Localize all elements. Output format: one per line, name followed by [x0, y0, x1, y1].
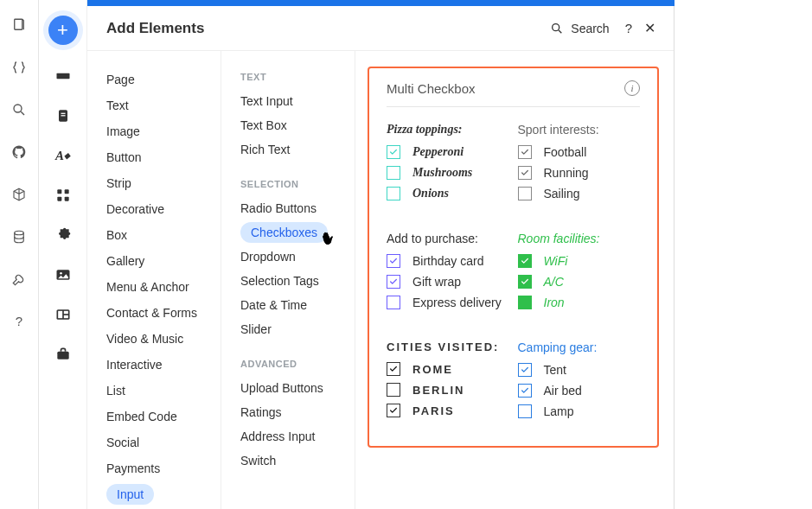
element-type-label: Upload Buttons [240, 381, 323, 395]
element-type-label: Slider [240, 322, 272, 336]
element-type-item[interactable]: Date & Time [240, 293, 355, 317]
text-style-icon[interactable]: A◆ [54, 147, 72, 164]
category-item[interactable]: Gallery [106, 248, 221, 274]
info-icon[interactable]: i [624, 80, 640, 96]
checkbox-icon[interactable] [518, 404, 532, 418]
close-button[interactable]: ✕ [644, 20, 655, 36]
category-item[interactable]: Input [106, 481, 221, 507]
checkbox-icon[interactable] [518, 384, 532, 398]
braces-icon[interactable] [11, 60, 27, 78]
checkbox-icon[interactable] [387, 145, 400, 159]
checkbox-icon[interactable] [518, 166, 532, 180]
category-item[interactable]: Contact & Forms [106, 300, 221, 326]
briefcase-icon[interactable] [54, 346, 72, 363]
checkbox-option[interactable]: Air bed [518, 384, 641, 398]
category-item[interactable]: Payments [106, 455, 221, 481]
checkbox-option[interactable]: WiFi [518, 254, 641, 268]
category-item[interactable]: Image [106, 118, 221, 144]
github-icon[interactable] [11, 144, 27, 162]
category-label: Strip [106, 176, 131, 190]
checkbox-option[interactable]: Mushrooms [387, 166, 509, 180]
element-type-item[interactable]: Checkboxes [240, 220, 355, 245]
checkbox-label: Air bed [544, 384, 582, 398]
checkbox-option[interactable]: Pepperoni [387, 145, 509, 159]
document-icon[interactable] [54, 107, 72, 124]
checkbox-option[interactable]: Tent [518, 363, 641, 377]
category-item[interactable]: Button [106, 144, 221, 170]
category-item[interactable]: Box [106, 222, 221, 248]
element-type-item[interactable]: Ratings [240, 400, 355, 424]
checkbox-icon[interactable] [518, 275, 532, 289]
element-type-item[interactable]: Slider [240, 317, 355, 341]
checkbox-option[interactable]: Onions [387, 187, 509, 200]
element-type-item[interactable]: Rich Text [240, 137, 355, 162]
checkbox-icon[interactable] [518, 145, 532, 159]
puzzle-icon[interactable] [54, 226, 72, 244]
category-item[interactable]: Menu & Anchor [106, 274, 221, 300]
element-type-item[interactable]: Radio Buttons [240, 196, 355, 220]
checkbox-option[interactable]: Birthday card [387, 254, 509, 268]
category-item[interactable]: Page [106, 67, 221, 92]
tools-icon[interactable] [11, 271, 27, 289]
checkbox-option[interactable]: Express delivery [387, 296, 509, 309]
checkbox-option[interactable]: Lamp [518, 404, 641, 418]
element-type-item[interactable]: Selection Tags [240, 269, 355, 293]
checkbox-option[interactable]: Rome [387, 362, 509, 376]
checkbox-label: Gift wrap [412, 275, 461, 289]
search-icon[interactable] [11, 102, 27, 120]
checkbox-icon[interactable] [387, 296, 400, 309]
category-item[interactable]: Strip [106, 170, 221, 196]
checkbox-label: Lamp [544, 404, 574, 418]
checkbox-icon[interactable] [387, 404, 400, 417]
help-button[interactable]: ? [625, 21, 632, 35]
element-type-item[interactable]: Dropdown [240, 245, 355, 269]
checkbox-icon[interactable] [387, 383, 400, 397]
element-type-item[interactable]: Switch [240, 449, 355, 473]
checkbox-icon[interactable] [518, 254, 532, 268]
category-item[interactable]: Embed Code [106, 404, 221, 429]
checkbox-option[interactable]: Running [518, 166, 641, 180]
checkbox-icon[interactable] [387, 187, 400, 200]
category-item[interactable]: Decorative [106, 196, 221, 222]
checkbox-icon[interactable] [387, 362, 400, 376]
category-item[interactable]: Video & Music [106, 326, 221, 352]
checkbox-icon[interactable] [387, 166, 400, 180]
checkbox-option[interactable]: Sailing [518, 187, 641, 200]
element-type-item[interactable]: Text Box [240, 113, 355, 137]
checkbox-icon[interactable] [518, 187, 532, 200]
element-type-item[interactable]: Text Input [240, 89, 355, 113]
category-item[interactable]: List [106, 378, 221, 404]
checkbox-option[interactable]: Gift wrap [387, 275, 509, 289]
checkbox-option[interactable]: Iron [518, 296, 641, 309]
database-icon[interactable] [11, 229, 27, 247]
layout-icon[interactable] [54, 306, 72, 323]
checkbox-label: WiFi [544, 254, 568, 268]
checkbox-label: Birthday card [412, 254, 483, 268]
image-icon[interactable] [54, 266, 72, 283]
apps-grid-icon[interactable] [54, 187, 72, 204]
far-left-rail: ? [0, 0, 39, 509]
category-label: Input [106, 484, 154, 505]
checkbox-group-room: Room facilities:WiFiA/CIron [518, 232, 641, 316]
checkbox-icon[interactable] [387, 254, 400, 268]
checkbox-option[interactable]: Berlin [387, 383, 509, 397]
search-button[interactable]: Search [550, 22, 609, 35]
category-item[interactable]: Text [106, 92, 221, 118]
category-item[interactable]: Social [106, 429, 221, 455]
element-type-item[interactable]: Address Input [240, 424, 355, 449]
category-item[interactable]: Interactive [106, 352, 221, 378]
package-icon[interactable] [11, 187, 27, 205]
svg-rect-7 [57, 189, 61, 194]
section-icon[interactable] [54, 67, 72, 85]
element-type-item[interactable]: Upload Buttons [240, 376, 355, 400]
add-button[interactable]: + [48, 16, 78, 45]
checkbox-icon[interactable] [387, 275, 400, 289]
checkbox-option[interactable]: Paris [387, 404, 509, 417]
checkbox-option[interactable]: Football [518, 145, 641, 159]
checkbox-option[interactable]: A/C [518, 275, 641, 289]
page-icon[interactable] [11, 17, 27, 35]
category-label: Menu & Anchor [106, 280, 189, 294]
checkbox-icon[interactable] [518, 296, 532, 309]
help-icon[interactable]: ? [16, 314, 22, 328]
checkbox-icon[interactable] [518, 363, 532, 377]
